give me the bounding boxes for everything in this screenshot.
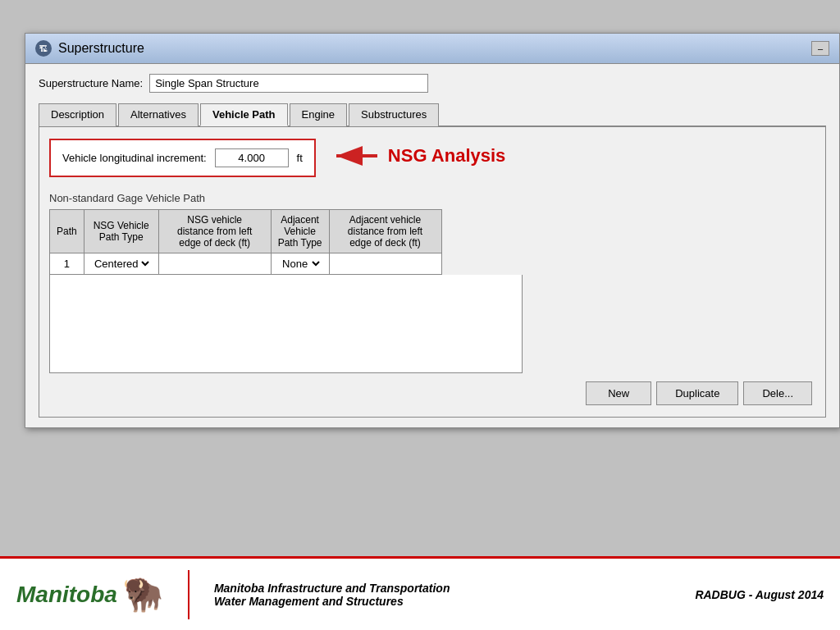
cell-path-num: 1 [50, 253, 84, 275]
cell-adjacent-path-type[interactable]: None [271, 253, 329, 275]
tab-alternatives[interactable]: Alternatives [118, 103, 199, 126]
bison-icon: 🦬 [122, 575, 163, 614]
footer-divider [188, 570, 189, 619]
footer: Manitoba 🦬 Manitoba Infrastructure and T… [0, 556, 840, 630]
footer-line2: Water Management and Structures [214, 595, 678, 608]
vehicle-longitudinal-section: Vehicle longitudinal increment: ft [49, 139, 316, 177]
adjacent-path-type-select[interactable]: None [278, 257, 322, 271]
arrow-icon [332, 144, 381, 168]
panel-inner: Vehicle longitudinal increment: ft [49, 139, 815, 405]
tab-panel-vehicle-path: Vehicle longitudinal increment: ft [39, 127, 826, 418]
delete-button[interactable]: Dele... [743, 381, 812, 405]
name-row: Superstructure Name: [39, 74, 826, 93]
cell-adjacent-distance[interactable] [329, 253, 441, 275]
minimize-button[interactable]: – [811, 41, 829, 56]
col-nsg-distance: NSG vehicledistance from leftedge of dec… [158, 210, 271, 253]
tab-bar: Description Alternatives Vehicle Path En… [39, 103, 826, 127]
window-icon: 🏗 [35, 40, 52, 57]
col-adjacent-path-type: AdjacentVehiclePath Type [271, 210, 329, 253]
col-nsg-path-type: NSG VehiclePath Type [84, 210, 158, 253]
title-bar: 🏗 Superstructure – [25, 34, 839, 64]
cell-nsg-path-type[interactable]: Centered [84, 253, 158, 275]
nsg-path-type-select[interactable]: Centered [91, 257, 152, 271]
window-title: Superstructure [58, 41, 144, 56]
nsg-distance-input[interactable] [166, 258, 264, 270]
col-path: Path [50, 210, 84, 253]
new-button[interactable]: New [586, 381, 651, 405]
table-row: 1 Centered [50, 253, 442, 275]
footer-right: RADBUG - August 2014 [695, 588, 824, 601]
adjacent-distance-input[interactable] [336, 258, 435, 270]
logo-text: Manitoba [16, 582, 117, 608]
nsg-analysis-label: NSG Analysis [388, 145, 505, 167]
nsg-annotation: NSG Analysis [332, 144, 505, 168]
name-label: Superstructure Name: [39, 77, 143, 89]
tab-substructures[interactable]: Substructures [349, 103, 439, 126]
name-input[interactable] [149, 74, 428, 93]
superstructure-window: 🏗 Superstructure – Superstructure Name: … [25, 33, 840, 428]
tab-description[interactable]: Description [39, 103, 116, 126]
tab-vehicle-path[interactable]: Vehicle Path [200, 103, 288, 126]
title-bar-left: 🏗 Superstructure [35, 40, 144, 57]
col-adjacent-distance: Adjacent vehicledistance from leftedge o… [329, 210, 441, 253]
title-controls: – [811, 41, 829, 56]
vehicle-long-unit: ft [297, 152, 303, 164]
footer-logo: Manitoba 🦬 [16, 575, 163, 614]
nsg-label: Non-standard Gage Vehicle Path [49, 192, 815, 204]
window-content: Superstructure Name: Description Alterna… [25, 64, 839, 427]
vehicle-long-input[interactable] [215, 148, 289, 167]
path-table: Path NSG VehiclePath Type NSG vehicledis… [49, 209, 442, 275]
tab-engine[interactable]: Engine [290, 103, 347, 126]
vehicle-long-label: Vehicle longitudinal increment: [62, 152, 207, 164]
cell-nsg-distance[interactable] [158, 253, 271, 275]
top-section: Vehicle longitudinal increment: ft [49, 139, 815, 185]
footer-line1: Manitoba Infrastructure and Transportati… [214, 582, 678, 595]
footer-text-block: Manitoba Infrastructure and Transportati… [214, 582, 678, 608]
table-empty-area [49, 275, 523, 373]
bottom-buttons: New Duplicate Dele... [49, 381, 815, 405]
duplicate-button[interactable]: Duplicate [656, 381, 738, 405]
